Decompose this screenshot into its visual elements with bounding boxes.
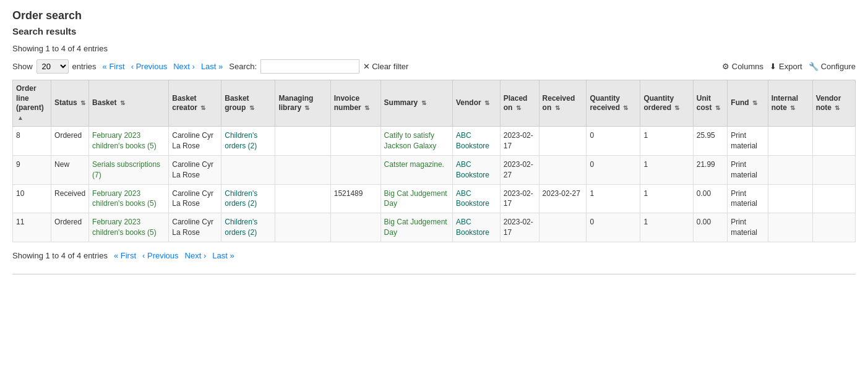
columns-label: Columns <box>732 62 763 71</box>
col-qty-ordered[interactable]: Quantity ordered ⇅ <box>640 80 693 127</box>
table-cell: 0 <box>587 213 640 242</box>
table-cell[interactable]: February 2023 children's books (5) <box>89 184 169 213</box>
results-table: Order line(parent) ▲ Status ⇅ Basket ⇅ B… <box>12 80 856 242</box>
table-cell: Print material <box>728 213 768 242</box>
table-body: 8OrderedFebruary 2023 children's books (… <box>13 127 856 242</box>
col-internal-note[interactable]: Internal note ⇅ <box>768 80 812 127</box>
toolbar: Show 10 20 50 100 entries « First ‹ Prev… <box>12 59 856 74</box>
col-basket-creator[interactable]: Basket creator ⇅ <box>169 80 221 127</box>
table-cell: 2023-02-27 <box>500 155 539 184</box>
page-title: Order search <box>12 9 856 22</box>
export-label: Export <box>779 62 802 71</box>
table-cell: Print material <box>728 127 768 156</box>
table-cell: Ordered <box>51 213 89 242</box>
table-cell: Print material <box>728 155 768 184</box>
table-cell: 1521489 <box>330 184 380 213</box>
table-row: 8OrderedFebruary 2023 children's books (… <box>13 127 856 156</box>
action-buttons: Columns Export Configure <box>722 62 856 71</box>
last-page-link[interactable]: Last » <box>199 61 225 72</box>
col-fund[interactable]: Fund ⇅ <box>728 80 768 127</box>
table-cell <box>330 127 380 156</box>
table-cell[interactable]: ABC Bookstore <box>453 127 501 156</box>
table-cell: 8 <box>13 127 51 156</box>
configure-label: Configure <box>821 62 856 71</box>
table-cell: 1 <box>587 184 640 213</box>
table-cell[interactable]: Children's orders (2) <box>221 213 275 242</box>
bottom-bar: Showing 1 to 4 of 4 entries « First ‹ Pr… <box>12 250 856 261</box>
export-icon <box>770 62 776 71</box>
bottom-previous-link[interactable]: ‹ Previous <box>140 250 181 261</box>
table-cell: New <box>51 155 89 184</box>
table-cell <box>539 155 587 184</box>
table-cell <box>768 155 812 184</box>
table-cell: 2023-02-17 <box>500 127 539 156</box>
table-cell <box>539 213 587 242</box>
col-basket[interactable]: Basket ⇅ <box>89 80 169 127</box>
columns-button[interactable]: Columns <box>722 62 763 71</box>
table-cell: 1 <box>640 184 693 213</box>
table-cell: Caroline Cyr La Rose <box>169 184 221 213</box>
col-vendor-note[interactable]: Vendor note ⇅ <box>812 80 855 127</box>
table-cell <box>275 155 330 184</box>
table-cell[interactable]: Catify to satisfy Jackson Galaxy <box>380 127 452 156</box>
col-managing-library[interactable]: Managing library ⇅ <box>275 80 330 127</box>
table-cell <box>275 213 330 242</box>
table-cell: 1 <box>640 127 693 156</box>
table-cell: 2023-02-17 <box>500 184 539 213</box>
col-unit-cost[interactable]: Unit cost ⇅ <box>693 80 728 127</box>
col-summary[interactable]: Summary ⇅ <box>380 80 452 127</box>
table-cell[interactable]: Catster magazine. <box>380 155 452 184</box>
search-input[interactable] <box>260 59 359 74</box>
export-button[interactable]: Export <box>770 62 802 71</box>
table-cell[interactable]: February 2023 children's books (5) <box>89 127 169 156</box>
table-cell <box>275 127 330 156</box>
table-cell[interactable]: Children's orders (2) <box>221 184 275 213</box>
gear-icon <box>722 62 729 71</box>
table-cell <box>330 213 380 242</box>
col-received-on[interactable]: Received on ⇅ <box>539 80 587 127</box>
table-cell[interactable]: Big Cat Judgement Day <box>380 213 452 242</box>
table-cell[interactable]: ABC Bookstore <box>453 184 501 213</box>
col-vendor[interactable]: Vendor ⇅ <box>453 80 501 127</box>
table-cell <box>768 184 812 213</box>
table-cell[interactable]: February 2023 children's books (5) <box>89 213 169 242</box>
configure-button[interactable]: Configure <box>809 62 856 71</box>
table-cell <box>812 155 855 184</box>
col-qty-received[interactable]: Quantity received ⇅ <box>587 80 640 127</box>
table-cell: 11 <box>13 213 51 242</box>
toolbar-left: Show 10 20 50 100 entries « First ‹ Prev… <box>12 59 717 74</box>
entries-select[interactable]: 10 20 50 100 <box>37 59 69 74</box>
col-status[interactable]: Status ⇅ <box>51 80 89 127</box>
bottom-next-link[interactable]: Next › <box>183 250 209 261</box>
table-cell: 1 <box>640 155 693 184</box>
search-label: Search: <box>229 62 257 71</box>
table-cell[interactable]: ABC Bookstore <box>453 155 501 184</box>
table-cell: Caroline Cyr La Rose <box>169 213 221 242</box>
clear-filter-button[interactable]: ✕ Clear filter <box>363 62 408 71</box>
table-cell <box>768 213 812 242</box>
table-cell <box>539 127 587 156</box>
table-cell: 2023-02-17 <box>500 213 539 242</box>
previous-page-link[interactable]: ‹ Previous <box>129 61 170 72</box>
col-invoice-number[interactable]: Invoice number ⇅ <box>330 80 380 127</box>
col-basket-group[interactable]: Basket group ⇅ <box>221 80 275 127</box>
table-cell: 25.95 <box>693 127 728 156</box>
table-cell[interactable]: Big Cat Judgement Day <box>380 184 452 213</box>
next-page-link[interactable]: Next › <box>171 61 197 72</box>
first-page-link[interactable]: « First <box>100 61 127 72</box>
table-cell[interactable]: ABC Bookstore <box>453 213 501 242</box>
table-cell: Caroline Cyr La Rose <box>169 127 221 156</box>
bottom-pagination-nav: « First ‹ Previous Next › Last » <box>111 250 237 261</box>
table-head: Order line(parent) ▲ Status ⇅ Basket ⇅ B… <box>13 80 856 127</box>
table-row: 11OrderedFebruary 2023 children's books … <box>13 213 856 242</box>
table-cell <box>275 184 330 213</box>
table-cell[interactable]: Serials subscriptions (7) <box>89 155 169 184</box>
table-cell[interactable]: Children's orders (2) <box>221 127 275 156</box>
col-order-line[interactable]: Order line(parent) ▲ <box>13 80 51 127</box>
col-placed-on[interactable]: Placed on ⇅ <box>500 80 539 127</box>
table-cell <box>330 155 380 184</box>
bottom-last-link[interactable]: Last » <box>210 250 236 261</box>
table-row: 10ReceivedFebruary 2023 children's books… <box>13 184 856 213</box>
table-cell <box>812 127 855 156</box>
bottom-first-link[interactable]: « First <box>111 250 139 261</box>
